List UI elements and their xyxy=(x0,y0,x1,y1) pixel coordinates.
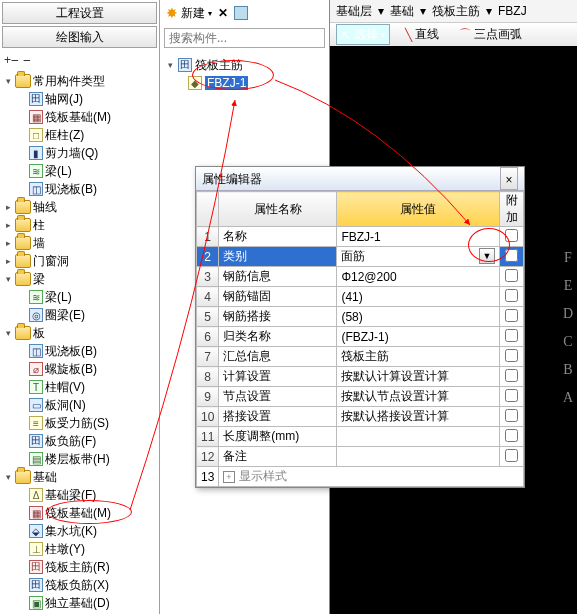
prop-value[interactable]: 面筋▼ xyxy=(337,247,500,267)
extra-checkbox[interactable] xyxy=(505,229,518,242)
prop-value[interactable] xyxy=(337,427,500,447)
prop-extra[interactable] xyxy=(500,267,524,287)
prop-value[interactable]: 按默认搭接设置计算 xyxy=(337,407,500,427)
property-row[interactable]: 4钢筋锚固(41) xyxy=(197,287,524,307)
extra-checkbox[interactable] xyxy=(505,369,518,382)
prop-extra[interactable] xyxy=(500,427,524,447)
tree-node[interactable]: ▾梁 xyxy=(4,270,157,288)
tree-node[interactable]: ▾常用构件类型 xyxy=(4,72,157,90)
crumb-item[interactable]: FBZJ xyxy=(498,4,527,18)
property-row[interactable]: 9节点设置按默认节点设置计算 xyxy=(197,387,524,407)
tree-node[interactable]: ◫现浇板(B) xyxy=(4,342,157,360)
tree-root[interactable]: ▾ 田 筏板主筋 xyxy=(166,56,323,74)
prop-value[interactable]: 按默认节点设置计算 xyxy=(337,387,500,407)
prop-extra[interactable] xyxy=(500,247,524,267)
tree-node[interactable]: ▦筏板基础(M) xyxy=(4,108,157,126)
tree-node[interactable]: 田轴网(J) xyxy=(4,90,157,108)
arc-tool[interactable]: ⌒ 三点画弧 xyxy=(454,24,527,45)
prop-extra[interactable] xyxy=(500,387,524,407)
property-row[interactable]: 12备注 xyxy=(197,447,524,467)
extra-checkbox[interactable] xyxy=(505,269,518,282)
tree-node[interactable]: ▸墙 xyxy=(4,234,157,252)
tree-node[interactable]: ▮剪力墙(Q) xyxy=(4,144,157,162)
prop-value[interactable]: Φ12@200 xyxy=(337,267,500,287)
tree-node[interactable]: ▸门窗洞 xyxy=(4,252,157,270)
extra-checkbox[interactable] xyxy=(505,449,518,462)
header-project-settings[interactable]: 工程设置 xyxy=(2,2,157,24)
prop-value[interactable]: 筏板主筋 xyxy=(337,347,500,367)
tree-node[interactable]: □框柱(Z) xyxy=(4,126,157,144)
new-button[interactable]: ✸ 新建 ▾ xyxy=(166,5,212,22)
collapse-all-icon[interactable]: ‒ xyxy=(23,53,31,67)
tree-node[interactable]: 田筏板负筋(X) xyxy=(4,576,157,594)
prop-value[interactable]: 按默认计算设置计算 xyxy=(337,367,500,387)
property-row[interactable]: 5钢筋搭接(58) xyxy=(197,307,524,327)
tree-node[interactable]: ≋梁(L) xyxy=(4,288,157,306)
tree-item[interactable]: ◆ FBZJ-1 xyxy=(166,74,323,92)
prop-extra[interactable] xyxy=(500,347,524,367)
property-row[interactable]: 7汇总信息筏板主筋 xyxy=(197,347,524,367)
tree-node[interactable]: Δ基础梁(F) xyxy=(4,486,157,504)
prop-extra[interactable] xyxy=(500,407,524,427)
prop-extra[interactable] xyxy=(500,287,524,307)
extra-checkbox[interactable] xyxy=(505,429,518,442)
tree-node[interactable]: ▸轴线 xyxy=(4,198,157,216)
prop-extra[interactable] xyxy=(500,307,524,327)
expand-plus-icon[interactable]: + xyxy=(223,471,234,483)
tree-node[interactable]: 田筏板主筋(R) xyxy=(4,558,157,576)
extra-checkbox[interactable] xyxy=(505,349,518,362)
tree-node[interactable]: ▣独立基础(D) xyxy=(4,594,157,612)
tree-node[interactable]: 田板负筋(F) xyxy=(4,432,157,450)
property-row[interactable]: 2类别面筋▼ xyxy=(197,247,524,267)
header-drawing-input[interactable]: 绘图输入 xyxy=(2,26,157,48)
crumb-item[interactable]: 基础层 xyxy=(336,3,372,20)
expand-all-icon[interactable]: +‒ xyxy=(4,53,19,67)
property-row[interactable]: 10搭接设置按默认搭接设置计算 xyxy=(197,407,524,427)
crumb-item[interactable]: 基础 xyxy=(390,3,414,20)
delete-button[interactable]: ✕ xyxy=(218,6,228,20)
tree-node[interactable]: ⬙集水坑(K) xyxy=(4,522,157,540)
tree-node[interactable]: ◎圈梁(E) xyxy=(4,306,157,324)
component-type-tree[interactable]: ▾常用构件类型田轴网(J)▦筏板基础(M)□框柱(Z)▮剪力墙(Q)≋梁(L)◫… xyxy=(0,70,159,614)
select-tool[interactable]: ↖ 选择 ▾ xyxy=(336,24,390,45)
extra-checkbox[interactable] xyxy=(505,289,518,302)
expand-row-icon[interactable]: 13 xyxy=(197,467,219,487)
crumb-item[interactable]: 筏板主筋 xyxy=(432,3,480,20)
extra-checkbox[interactable] xyxy=(505,389,518,402)
tree-node[interactable]: ≡板受力筋(S) xyxy=(4,414,157,432)
prop-value[interactable]: (58) xyxy=(337,307,500,327)
line-tool[interactable]: ╲ 直线 xyxy=(400,24,444,45)
tree-node[interactable]: ≋梁(L) xyxy=(4,162,157,180)
prop-value[interactable] xyxy=(337,447,500,467)
prop-extra[interactable] xyxy=(500,327,524,347)
property-row[interactable]: 1名称FBZJ-1 xyxy=(197,227,524,247)
extra-checkbox[interactable] xyxy=(505,249,518,262)
tree-node[interactable]: ▦筏板基础(M) xyxy=(4,504,157,522)
prop-value[interactable]: FBZJ-1 xyxy=(337,227,500,247)
close-icon[interactable]: × xyxy=(500,167,518,190)
extra-checkbox[interactable] xyxy=(505,309,518,322)
tree-node[interactable]: ▾基础 xyxy=(4,468,157,486)
property-row[interactable]: 6归类名称(FBZJ-1) xyxy=(197,327,524,347)
tree-node[interactable]: ▾板 xyxy=(4,324,157,342)
tree-node[interactable]: ▭板洞(N) xyxy=(4,396,157,414)
property-editor-titlebar[interactable]: 属性编辑器 × xyxy=(196,167,524,191)
property-row[interactable]: 8计算设置按默认计算设置计算 xyxy=(197,367,524,387)
tree-node[interactable]: ▤楼层板带(H) xyxy=(4,450,157,468)
tree-node[interactable]: ◫现浇板(B) xyxy=(4,180,157,198)
tree-node[interactable]: Т柱帽(V) xyxy=(4,378,157,396)
prop-value[interactable]: (FBZJ-1) xyxy=(337,327,500,347)
tree-node[interactable]: ⌀螺旋板(B) xyxy=(4,360,157,378)
prop-extra[interactable] xyxy=(500,447,524,467)
copy-button[interactable] xyxy=(234,6,248,20)
prop-extra[interactable] xyxy=(500,367,524,387)
prop-value[interactable]: (41) xyxy=(337,287,500,307)
tree-node[interactable]: ⊥柱墩(Y) xyxy=(4,540,157,558)
search-input[interactable] xyxy=(164,28,325,48)
prop-extra[interactable] xyxy=(500,227,524,247)
extra-checkbox[interactable] xyxy=(505,409,518,422)
extra-checkbox[interactable] xyxy=(505,329,518,342)
property-row[interactable]: 11长度调整(mm) xyxy=(197,427,524,447)
property-row[interactable]: 3钢筋信息Φ12@200 xyxy=(197,267,524,287)
tree-node[interactable]: ▸柱 xyxy=(4,216,157,234)
